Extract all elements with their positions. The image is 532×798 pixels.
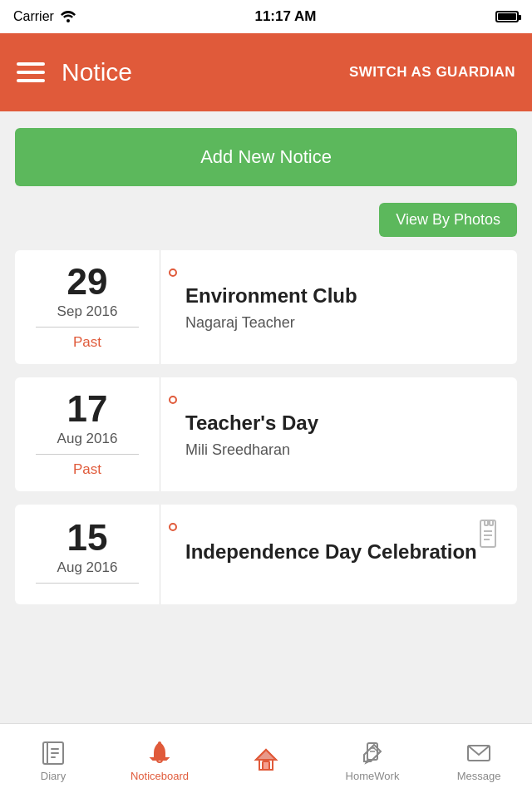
notice-author-2: Mili Sreedharan (177, 441, 504, 459)
notice-card-2[interactable]: 17 Aug 2016 Past Teacher's Day Mili Sree… (15, 377, 517, 491)
attachment-icon (479, 520, 504, 551)
mail-icon (466, 740, 492, 766)
notice-month-1: Sep 2016 (57, 303, 118, 320)
notice-body-3: Independence Day Celebration (160, 505, 517, 604)
notice-date-3: 15 Aug 2016 (15, 505, 160, 604)
status-bar-left: Carrier (13, 9, 76, 24)
notice-title-3: Independence Day Celebration (177, 540, 504, 564)
pencil-icon (359, 740, 386, 766)
notice-day-3: 15 (67, 520, 108, 556)
nav-item-message[interactable]: Message (426, 724, 532, 798)
bell-icon (146, 740, 173, 766)
svg-marker-15 (256, 750, 276, 760)
svg-rect-14 (263, 761, 269, 770)
svg-rect-11 (51, 756, 56, 758)
wifi-icon (61, 11, 76, 22)
nav-label-noticeboard: Noticeboard (131, 770, 189, 782)
svg-rect-3 (490, 520, 493, 525)
diary-icon (40, 740, 66, 766)
view-by-photos-row: View By Photos (15, 203, 517, 237)
home-icon (253, 746, 279, 773)
nav-label-message: Message (457, 770, 501, 782)
svg-rect-2 (485, 520, 488, 525)
nav-item-noticeboard[interactable]: Noticeboard (106, 724, 213, 798)
notice-month-2: Aug 2016 (57, 431, 118, 447)
bottom-nav: Diary Noticeboard HomeWork (0, 723, 532, 798)
nav-item-homework[interactable]: HomeWork (319, 724, 426, 798)
notice-title-1: Environment Club (177, 284, 504, 308)
status-bar: Carrier 11:17 AM (0, 0, 532, 33)
add-notice-button[interactable]: Add New Notice (15, 128, 517, 186)
notice-date-2: 17 Aug 2016 Past (15, 377, 160, 491)
notice-card-3[interactable]: 15 Aug 2016 Independence Day Celebration (15, 505, 517, 604)
status-bar-right (495, 11, 519, 22)
notice-day-1: 29 (67, 264, 108, 300)
notice-date-1: 29 Sep 2016 Past (15, 250, 160, 364)
hamburger-menu[interactable] (17, 62, 45, 82)
nav-label-diary: Diary (41, 770, 66, 782)
header: Notice SWITCH AS GUARDIAN (0, 33, 532, 111)
header-title: Notice (62, 58, 349, 86)
notice-month-3: Aug 2016 (57, 559, 118, 576)
notice-dot-2 (169, 396, 177, 404)
carrier-label: Carrier (13, 9, 54, 24)
notice-dot-1 (169, 268, 177, 277)
svg-point-12 (158, 741, 161, 745)
notice-divider-3 (36, 583, 138, 584)
main-content: Add New Notice View By Photos 29 Sep 201… (0, 111, 532, 723)
notice-divider-1 (36, 327, 138, 328)
battery-icon (495, 11, 519, 22)
nav-label-homework: HomeWork (346, 770, 400, 782)
notice-status-2: Past (73, 461, 101, 478)
nav-item-diary[interactable]: Diary (0, 724, 106, 798)
notice-status-1: Past (73, 334, 101, 351)
svg-rect-9 (51, 748, 59, 750)
notice-dot-3 (169, 523, 177, 531)
notice-body-2: Teacher's Day Mili Sreedharan (160, 377, 517, 491)
switch-guardian-button[interactable]: SWITCH AS GUARDIAN (349, 64, 515, 81)
nav-item-home[interactable] (213, 724, 319, 798)
notice-divider-2 (36, 454, 138, 455)
notice-day-2: 17 (67, 391, 108, 427)
svg-rect-10 (51, 752, 59, 754)
notice-author-1: Nagaraj Teacher (177, 314, 504, 332)
view-by-photos-button[interactable]: View By Photos (379, 203, 517, 237)
notice-body-1: Environment Club Nagaraj Teacher (160, 250, 517, 364)
status-bar-time: 11:17 AM (254, 8, 316, 25)
svg-point-0 (66, 19, 70, 22)
notice-title-2: Teacher's Day (177, 411, 504, 435)
notice-card-1[interactable]: 29 Sep 2016 Past Environment Club Nagara… (15, 250, 517, 364)
